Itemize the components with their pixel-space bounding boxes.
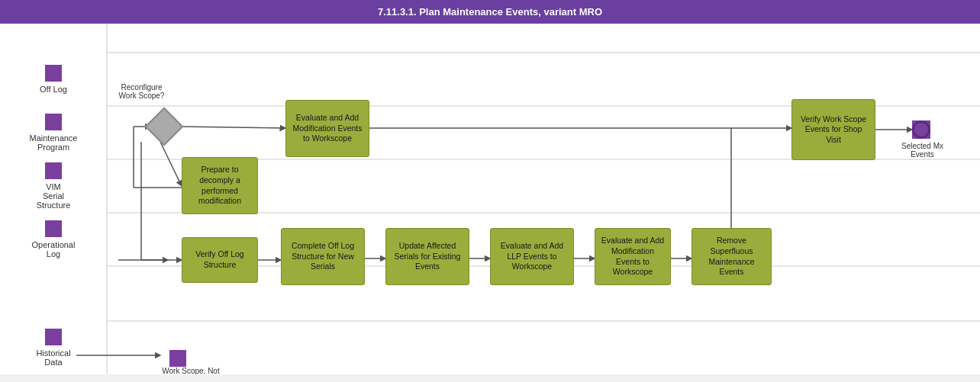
decision-diamond bbox=[145, 108, 184, 146]
svg-line-9 bbox=[160, 142, 182, 186]
swim-lane-operational: OperationalLog bbox=[0, 213, 107, 266]
maintenance-label: MaintenanceProgram bbox=[30, 133, 78, 152]
swim-lane-vim: VIMSerialStructure bbox=[0, 159, 107, 213]
remove-superfluous-box[interactable]: Remove Superfluous Maintenance Events bbox=[691, 228, 772, 285]
eval-mod-top-box[interactable]: Evaluate and Add Modification Events to … bbox=[285, 100, 369, 157]
off-log-icon bbox=[45, 65, 62, 82]
update-affected-box[interactable]: Update Affected Serials for Existing Eve… bbox=[385, 228, 469, 285]
selected-mx-circle-inner bbox=[912, 120, 930, 139]
selected-mx-label: Selected Mx Events bbox=[894, 142, 951, 159]
swim-lane-historical: HistoricalData bbox=[0, 321, 107, 374]
title-bar: 7.11.3.1. Plan Maintenance Events, varia… bbox=[0, 0, 980, 24]
verify-off-log-box[interactable]: Verify Off Log Structure bbox=[182, 237, 258, 283]
swim-lane-off-log: Off Log bbox=[0, 53, 107, 106]
eval-mod-bottom-box[interactable]: Evaluate and Add Modification Events to … bbox=[595, 228, 671, 285]
reconfigure-label: Reconfigure Work Scope? bbox=[113, 83, 170, 100]
maintenance-icon bbox=[45, 114, 62, 130]
complete-off-log-box[interactable]: Complete Off Log Structure for New Seria… bbox=[281, 228, 365, 285]
work-scope-not-approved-label: Work Scope, Not Approved bbox=[160, 367, 221, 374]
vim-label: VIMSerialStructure bbox=[37, 182, 71, 210]
operational-icon bbox=[45, 220, 62, 237]
arrows-svg bbox=[0, 24, 980, 374]
historical-label: HistoricalData bbox=[36, 348, 70, 367]
diagram-area: Off Log MaintenanceProgram VIMSerialStru… bbox=[0, 24, 980, 374]
operational-label: OperationalLog bbox=[32, 240, 76, 258]
vim-icon bbox=[45, 162, 62, 179]
historical-icon bbox=[45, 329, 62, 345]
title-text: 7.11.3.1. Plan Maintenance Events, varia… bbox=[378, 6, 602, 18]
eval-llp-box[interactable]: Evaluate and Add LLP Events to Workscope bbox=[490, 228, 574, 285]
svg-line-8 bbox=[182, 127, 285, 128]
off-log-label: Off Log bbox=[40, 85, 67, 94]
swim-lane-maintenance: MaintenanceProgram bbox=[0, 106, 107, 159]
prepare-decomply-box[interactable]: Prepare to decomply a performed modifica… bbox=[182, 157, 258, 214]
work-scope-not-approved-icon bbox=[169, 350, 186, 367]
verify-scope-box[interactable]: Verify Work Scope Events for Shop Visit bbox=[791, 99, 875, 160]
